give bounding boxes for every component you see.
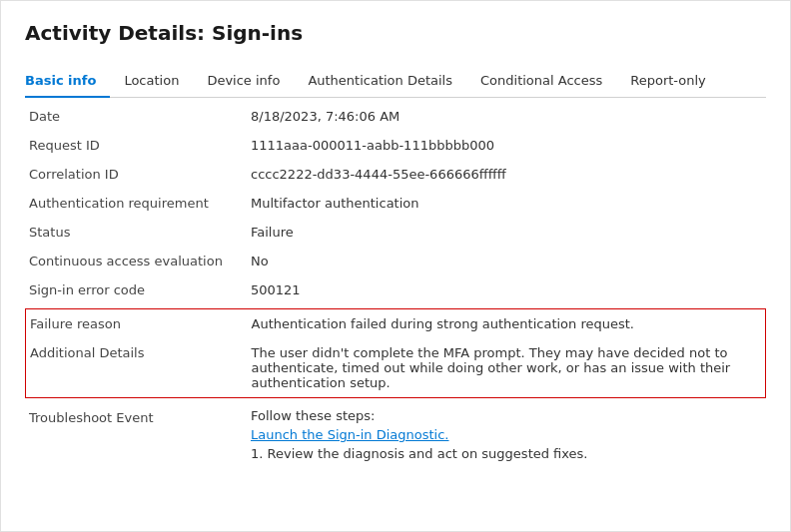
field-label: Continuous access evaluation bbox=[25, 247, 245, 275]
table-row: Continuous access evaluation No bbox=[25, 247, 766, 275]
field-value: Multifactor authentication bbox=[245, 189, 766, 218]
tab-location[interactable]: Location bbox=[110, 65, 193, 98]
field-value: 500121 bbox=[245, 275, 766, 304]
tab-content: Date 8/18/2023, 7:46:06 AM Request ID 11… bbox=[25, 98, 766, 468]
troubleshoot-content: Follow these steps: Launch the Sign-in D… bbox=[245, 402, 766, 468]
table-row-troubleshoot: Troubleshoot Event Follow these steps: L… bbox=[25, 402, 766, 468]
field-label: Failure reason bbox=[26, 309, 246, 339]
activity-details-container: Activity Details: Sign-ins Basic info Lo… bbox=[0, 0, 791, 532]
info-table: Date 8/18/2023, 7:46:06 AM Request ID 11… bbox=[25, 102, 766, 304]
table-row-additional-details: Additional Details The user didn't compl… bbox=[26, 338, 766, 398]
field-value: The user didn't complete the MFA prompt.… bbox=[246, 338, 766, 398]
field-value: No bbox=[245, 247, 766, 275]
field-value: Failure bbox=[245, 218, 766, 247]
tab-bar: Basic info Location Device info Authenti… bbox=[25, 65, 766, 98]
field-label: Correlation ID bbox=[25, 160, 245, 189]
tab-conditional-access[interactable]: Conditional Access bbox=[466, 65, 616, 98]
tab-report-only[interactable]: Report-only bbox=[616, 65, 720, 98]
table-row: Request ID 1111aaa-000011-aabb-111bbbbb0… bbox=[25, 131, 766, 160]
field-value: Authentication failed during strong auth… bbox=[246, 309, 766, 339]
highlighted-table: Failure reason Authentication failed dur… bbox=[25, 308, 766, 398]
table-row: Date 8/18/2023, 7:46:06 AM bbox=[25, 102, 766, 131]
troubleshoot-label: Troubleshoot Event bbox=[25, 402, 245, 468]
review-step-text: 1. Review the diagnosis and act on sugge… bbox=[251, 446, 760, 461]
tab-device-info[interactable]: Device info bbox=[193, 65, 294, 98]
field-label: Date bbox=[25, 102, 245, 131]
field-value-link[interactable]: 1111aaa-000011-aabb-111bbbbb000 bbox=[245, 131, 766, 160]
launch-diagnostic-link[interactable]: Launch the Sign-in Diagnostic. bbox=[251, 427, 760, 442]
field-label: Request ID bbox=[25, 131, 245, 160]
field-value-link[interactable]: cccc2222-dd33-4444-55ee-666666ffffff bbox=[245, 160, 766, 189]
tab-authentication-details[interactable]: Authentication Details bbox=[294, 65, 466, 98]
troubleshoot-table: Troubleshoot Event Follow these steps: L… bbox=[25, 402, 766, 468]
tab-basic-info[interactable]: Basic info bbox=[25, 65, 110, 98]
table-row: Correlation ID cccc2222-dd33-4444-55ee-6… bbox=[25, 160, 766, 189]
table-row-failure-reason: Failure reason Authentication failed dur… bbox=[26, 309, 766, 339]
page-title: Activity Details: Sign-ins bbox=[25, 21, 766, 45]
table-row: Status Failure bbox=[25, 218, 766, 247]
field-label: Status bbox=[25, 218, 245, 247]
field-label: Additional Details bbox=[26, 338, 246, 398]
field-value: 8/18/2023, 7:46:06 AM bbox=[245, 102, 766, 131]
table-row: Sign-in error code 500121 bbox=[25, 275, 766, 304]
follow-steps-text: Follow these steps: bbox=[251, 408, 760, 423]
table-row: Authentication requirement Multifactor a… bbox=[25, 189, 766, 218]
field-label: Sign-in error code bbox=[25, 275, 245, 304]
field-label: Authentication requirement bbox=[25, 189, 245, 218]
